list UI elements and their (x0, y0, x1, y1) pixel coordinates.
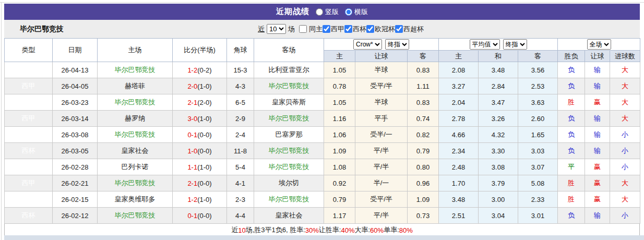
league-filter[interactable]: 西甲 (323, 25, 344, 34)
result-handicap: 输 (585, 111, 610, 127)
result-wdl: 负 (558, 62, 585, 78)
away-team: 皇家社会 (254, 208, 324, 224)
score-cell: 1-2(0-2) (173, 62, 227, 78)
recent-results-panel: 近期战绩 竖版 横版 毕尔巴鄂竞技 近 10 场 同主 西甲西杯欧冠杯西超杯 (4, 4, 640, 237)
full-time-score: 1-0 (187, 147, 197, 155)
handicap-home-odds: 1.16 (324, 111, 355, 127)
league-badge: 西甲 (5, 191, 53, 208)
summary-text: 单率: (384, 225, 399, 235)
euro-company-select[interactable]: 平均值 (470, 39, 500, 50)
handicap-time-select[interactable]: 终指 (385, 39, 409, 50)
header-dropdown-row: 类型 日期 主场 比分(半场) 角球 客场 Crow*终指 平均值终指 全场 (5, 39, 640, 51)
match-count-select[interactable]: 10 (267, 24, 286, 34)
page-left-divider (1, 2, 2, 240)
match-date: 26-03-14 (53, 111, 98, 127)
euro-draw-odds: 3.79 (479, 175, 518, 191)
layout-option-vertical[interactable]: 竖版 (316, 7, 339, 17)
handicap-home-odds: 0.79 (324, 191, 355, 208)
vertical-layout-radio[interactable] (316, 8, 323, 16)
col-header-result-goals: 进球数 (610, 51, 640, 62)
league-badge: 西甲 (5, 78, 53, 94)
horizontal-layout-label: 横版 (354, 7, 368, 17)
league-filter[interactable]: 西超杯 (395, 25, 424, 34)
half-time-score: (1-0) (197, 196, 211, 203)
result-goals: 小 (610, 127, 640, 143)
full-time-score: 0-1 (187, 212, 197, 220)
home-team: 巴列卡诺 (98, 159, 173, 175)
euro-home-odds: 3.27 (439, 78, 479, 94)
league-filter[interactable]: 西杯 (344, 25, 366, 34)
half-time-score: (0-0) (197, 131, 211, 139)
same-home-label: 同主 (309, 25, 323, 34)
euro-away-odds: 3.63 (518, 94, 558, 111)
result-goals: 大 (610, 191, 640, 208)
filters: 近 10 场 同主 西甲西杯欧冠杯西超杯 (258, 20, 424, 38)
scope-select[interactable]: 全场 (587, 39, 611, 50)
handicap-home-odds: 1.08 (324, 159, 355, 175)
result-goals: 大 (610, 111, 640, 127)
score-cell: 2-1(2-0) (173, 94, 227, 111)
home-team: 毕尔巴鄂竞技 (98, 175, 173, 191)
match-row: 西甲26-03-14赫罗纳3-0(1-0)2-9毕尔巴鄂竞技1.16平手0.74… (5, 111, 640, 127)
away-team: 皇家贝蒂斯 (254, 94, 324, 111)
result-handicap: 输 (585, 62, 610, 78)
result-wdl: 负 (558, 127, 585, 143)
league-checkbox[interactable] (344, 25, 352, 33)
handicap-line: 受半/一 (355, 127, 408, 143)
home-team: 毕尔巴鄂竞技 (98, 127, 173, 143)
league-checkbox[interactable] (366, 25, 374, 33)
euro-draw-odds: 3.08 (479, 159, 518, 175)
corners: 11-8 (227, 143, 254, 159)
col-header-ah-home: 主 (324, 51, 355, 62)
euro-home-odds: 1.70 (439, 175, 479, 191)
score-cell: 1-2(1-0) (173, 191, 227, 208)
away-team: 毕尔巴鄂竞技 (254, 143, 324, 159)
league-label: 西杯 (353, 25, 366, 34)
handicap-company-select[interactable]: Crow* (353, 39, 382, 50)
near-link[interactable]: 近 (258, 25, 265, 34)
euro-time-select[interactable]: 终指 (503, 39, 527, 50)
col-header-result-handicap: 让球 (585, 51, 610, 62)
euro-away-odds: 3.01 (518, 208, 558, 224)
handicap-home-odds: 1.06 (324, 127, 355, 143)
league-checkbox[interactable] (395, 25, 403, 33)
horizontal-layout-radio[interactable] (345, 8, 352, 16)
away-team: 毕尔巴鄂竞技 (254, 159, 324, 175)
half-time-score: (0-0) (197, 147, 211, 155)
league-checkbox[interactable] (323, 25, 330, 33)
handicap-line: 平/半 (355, 159, 408, 175)
euro-draw-odds: 3.00 (479, 191, 518, 208)
match-date: 26-02-21 (53, 175, 98, 191)
full-time-score: 3-0 (187, 115, 197, 123)
col-header-result-wdl: 胜负 (558, 51, 585, 62)
title-bar: 近期战绩 竖版 横版 (4, 4, 640, 20)
col-header-eu-away: 客 (518, 51, 558, 62)
same-home-checkbox[interactable] (299, 25, 307, 33)
away-team: 毕尔巴鄂竞技 (254, 111, 324, 127)
layout-option-horizontal[interactable]: 横版 (345, 7, 368, 17)
col-header-ah-away: 客 (408, 51, 439, 62)
league-filter[interactable]: 欧冠杯 (366, 25, 395, 34)
result-handicap: 赢 (585, 94, 610, 111)
col-header-away: 客场 (254, 39, 324, 62)
result-goals: 大 (610, 62, 640, 78)
home-team: 皇家奥维耶多 (98, 191, 173, 208)
handicap-home-odds: 0.92 (324, 175, 355, 191)
league-badge: 西甲 (5, 175, 53, 191)
handicap-away-odds: 0.96 (408, 175, 439, 191)
handicap-line: 受平/半 (355, 191, 408, 208)
result-wdl: 胜 (558, 191, 585, 208)
full-time-score: 0-1 (187, 131, 197, 139)
team-filter-bar: 毕尔巴鄂竞技 近 10 场 同主 西甲西杯欧冠杯西超杯 (4, 20, 640, 38)
match-row: 西甲26-04-05赫塔菲2-0(1-0)4-3毕尔巴鄂竞技0.78受平/半1.… (5, 78, 640, 94)
result-goals: 大 (610, 175, 640, 191)
match-date: 26-04-05 (53, 78, 98, 94)
half-time-score: (1-0) (197, 115, 211, 123)
handicap-away-odds: 0.80 (408, 159, 439, 175)
summary-stat-value: 40% (341, 226, 354, 234)
col-header-eu-home: 主 (439, 51, 479, 62)
vertical-layout-label: 竖版 (325, 7, 339, 17)
handicap-line: 半/一 (355, 175, 408, 191)
same-home-filter[interactable]: 同主 (295, 25, 323, 34)
handicap-home-odds: 1.05 (324, 94, 355, 111)
